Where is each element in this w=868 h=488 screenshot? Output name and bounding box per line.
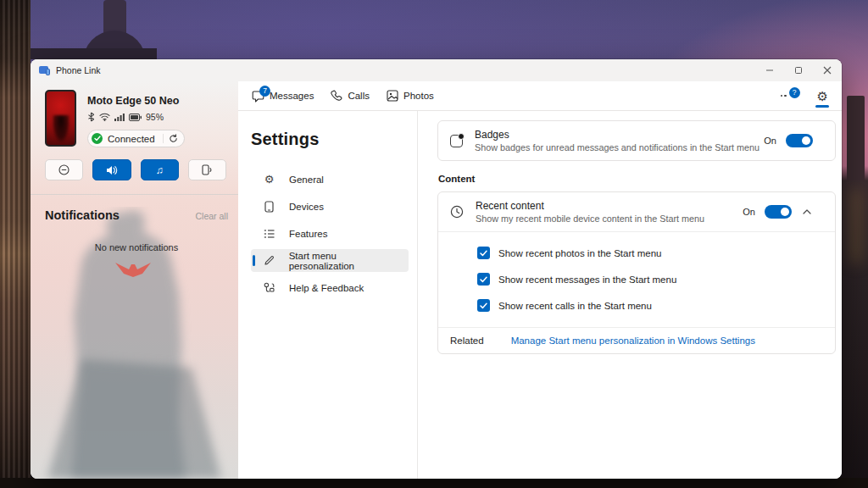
sidebar-item-start-menu-personalization[interactable]: Start menu personalization xyxy=(251,249,409,272)
recent-toggle-state: On xyxy=(743,207,755,217)
connection-status-label: Connected xyxy=(108,134,155,144)
speaker-icon xyxy=(106,165,118,175)
related-label: Related xyxy=(450,336,484,346)
badges-toggle-state: On xyxy=(764,136,776,146)
tab-photos[interactable]: Photos xyxy=(378,81,442,110)
tab-messages[interactable]: 7 Messages xyxy=(243,81,322,110)
content-section-label: Content xyxy=(438,174,836,184)
pencil-icon xyxy=(263,255,275,266)
music-icon: ♫ xyxy=(156,165,164,175)
clear-all-button[interactable]: Clear all xyxy=(195,211,228,221)
settings-content: Badges Show badges for unread messages a… xyxy=(417,111,842,479)
main-area: 7 Messages Calls Photos xyxy=(238,81,842,479)
badges-toggle[interactable] xyxy=(786,134,813,147)
quick-actions-row: ♫ xyxy=(38,159,226,180)
wallpaper-tower xyxy=(847,96,865,180)
settings-gear-icon: ⚙ xyxy=(817,90,828,103)
minimize-button[interactable] xyxy=(755,59,784,81)
selected-indicator xyxy=(253,255,255,266)
phone-mirror-icon xyxy=(202,164,212,175)
checkbox-checked-icon xyxy=(477,273,490,286)
active-tab-indicator xyxy=(815,105,829,108)
wallpaper-columns xyxy=(0,0,31,488)
device-panel: Moto Edge 50 Neo 95% xyxy=(31,81,238,479)
recent-content-toggle[interactable] xyxy=(765,205,792,219)
window-title: Phone Link xyxy=(56,65,101,75)
battery-icon xyxy=(129,114,142,121)
recent-content-title: Recent content xyxy=(476,200,704,212)
collapse-button[interactable] xyxy=(801,208,813,216)
checkbox-label: Show recent photos in the Start menu xyxy=(498,248,661,258)
badges-card: Badges Show badges for unread messages a… xyxy=(437,120,836,161)
calls-icon xyxy=(331,90,342,102)
desktop-wallpaper: Phone Link xyxy=(0,0,868,488)
general-gear-icon: ⚙ xyxy=(263,174,275,185)
sidebar-item-general[interactable]: ⚙ General xyxy=(251,168,409,191)
tab-messages-label: Messages xyxy=(270,91,314,101)
signal-strength-icon xyxy=(114,113,125,121)
phone-link-window: Phone Link xyxy=(31,59,842,479)
settings-page-title: Settings xyxy=(251,130,409,149)
panel-divider xyxy=(31,194,238,195)
connection-status-pill[interactable]: Connected xyxy=(87,130,185,147)
battery-percentage: 95% xyxy=(146,112,164,122)
checkbox-label: Show recent messages in the Start menu xyxy=(498,274,676,285)
maximize-icon xyxy=(795,67,802,74)
messages-unread-badge: 7 xyxy=(259,86,270,97)
notifications-empty-text: No new notifications xyxy=(45,242,228,252)
close-button[interactable] xyxy=(813,59,842,81)
device-name: Moto Edge 50 Neo xyxy=(87,95,185,107)
top-navigation: 7 Messages Calls Photos xyxy=(238,81,842,111)
refresh-icon xyxy=(169,134,178,143)
checkbox-recent-calls[interactable]: Show recent calls in the Start menu xyxy=(477,292,835,319)
photos-icon xyxy=(387,90,398,102)
wallpaper-ruins-right xyxy=(842,0,868,488)
checkbox-label: Show recent calls in the Start menu xyxy=(498,301,652,311)
features-list-icon xyxy=(263,229,275,239)
badges-title: Badges xyxy=(475,129,760,141)
settings-button[interactable]: ⚙ xyxy=(814,81,832,110)
help-feedback-icon xyxy=(263,282,275,293)
tab-photos-label: Photos xyxy=(403,91,434,101)
bluetooth-icon xyxy=(87,112,95,122)
sidebar-item-label: General xyxy=(289,175,324,185)
wifi-icon xyxy=(99,113,110,121)
device-status-row: 95% xyxy=(87,112,185,122)
checkbox-recent-photos[interactable]: Show recent photos in the Start menu xyxy=(477,240,835,266)
devices-icon xyxy=(263,201,275,213)
badges-description: Show badges for unread messages and noti… xyxy=(475,142,760,152)
help-badge: ? xyxy=(789,87,800,98)
wallpaper-ground xyxy=(0,478,868,488)
music-button[interactable]: ♫ xyxy=(141,159,179,180)
connected-check-icon xyxy=(92,133,103,144)
phone-link-logo-icon xyxy=(39,66,50,75)
more-options-button[interactable]: ? xyxy=(779,89,802,103)
sidebar-item-help-feedback[interactable]: Help & Feedback xyxy=(251,276,409,299)
checkbox-checked-icon xyxy=(477,247,490,259)
sidebar-item-label: Features xyxy=(289,229,327,239)
sidebar-item-label: Start menu personalization xyxy=(289,251,402,271)
recent-content-card: Recent content Show my recent mobile dev… xyxy=(437,191,836,354)
notifications-title: Notifications xyxy=(45,208,120,222)
do-not-disturb-button[interactable] xyxy=(45,159,83,180)
audio-button[interactable] xyxy=(92,159,131,180)
titlebar: Phone Link xyxy=(31,59,842,81)
checkbox-recent-messages[interactable]: Show recent messages in the Start menu xyxy=(477,266,835,292)
checkbox-checked-icon xyxy=(477,299,490,312)
sidebar-item-features[interactable]: Features xyxy=(251,222,409,245)
related-settings-link[interactable]: Manage Start menu personalization in Win… xyxy=(511,336,755,346)
maximize-button[interactable] xyxy=(784,59,813,81)
recent-content-clock-icon xyxy=(450,205,464,219)
recent-content-description: Show my recent mobile device content in … xyxy=(476,214,704,224)
phone-screen-thumbnail[interactable] xyxy=(45,90,76,147)
ellipsis-icon xyxy=(781,95,783,97)
badges-icon xyxy=(450,135,463,147)
sidebar-item-devices[interactable]: Devices xyxy=(251,195,409,218)
chevron-up-icon xyxy=(803,209,811,214)
tab-calls[interactable]: Calls xyxy=(322,81,378,110)
tab-calls-label: Calls xyxy=(348,91,370,101)
refresh-button[interactable] xyxy=(163,134,178,143)
settings-sidebar: Settings ⚙ General Devices xyxy=(238,111,417,479)
phone-screen-button[interactable] xyxy=(188,159,226,180)
do-not-disturb-icon xyxy=(58,164,70,175)
